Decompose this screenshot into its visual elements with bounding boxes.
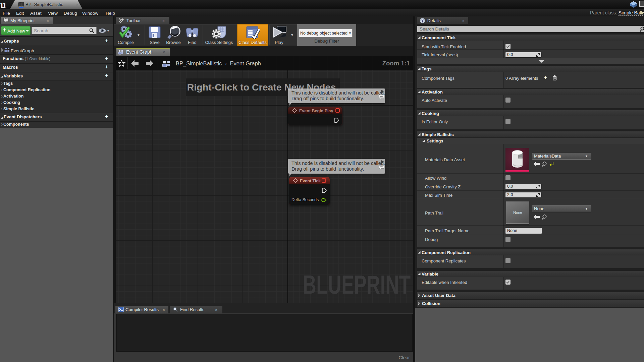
svg-text:i: i — [422, 19, 423, 23]
